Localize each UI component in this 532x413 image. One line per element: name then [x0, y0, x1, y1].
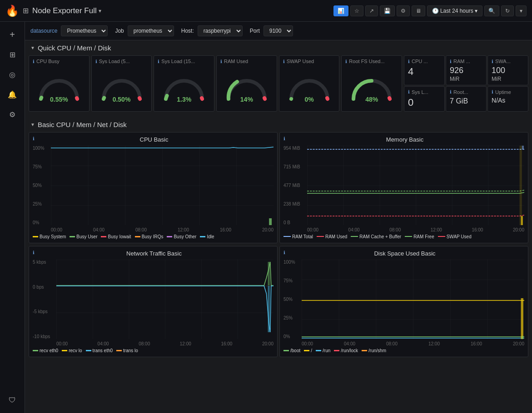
job-label: Job: [115, 28, 124, 34]
ram-mib-card: ℹRAM ... 926 MiR: [446, 55, 487, 85]
disk-basic-panel: ℹ Disk Space Used Basic 100% 75% 50% 25%…: [279, 246, 528, 357]
disk-basic-title: Disk Space Used Basic: [283, 250, 524, 257]
legend-ram-used: RAM Used: [317, 234, 347, 239]
host-label: Host:: [181, 28, 194, 34]
search-icon: 🔍: [488, 8, 495, 14]
datasource-select[interactable]: Prometheus: [61, 25, 108, 36]
sys-load-5-card: ℹSys Load (5... 0.50%: [91, 55, 152, 112]
search-btn[interactable]: 🔍: [484, 5, 499, 16]
legend-boot: /boot: [283, 348, 300, 353]
network-basic-title: Network Traffic Basic: [33, 250, 273, 257]
cpu-basic-panel: ℹ CPU Basic 100% 75% 50% 25% 0%: [29, 132, 278, 243]
share-btn[interactable]: ↗: [365, 5, 378, 16]
svg-rect-5: [520, 146, 522, 225]
star-btn[interactable]: ☆: [350, 5, 363, 16]
settings-btn[interactable]: ⚙: [397, 5, 410, 16]
uptime-card: ℹUptime N/As: [487, 86, 528, 112]
cpu-basic-chart-area: 100% 75% 50% 25% 0%: [33, 146, 273, 232]
swap-used-card: ℹSWAP Used 0%: [279, 55, 340, 112]
legend-trans-eth0: trans eth0: [86, 348, 113, 353]
mem-chart-canvas: [307, 146, 524, 226]
info-icon-sysl[interactable]: ℹ: [408, 89, 410, 94]
net-basic-info[interactable]: ℹ: [33, 250, 35, 255]
sidebar-item-config[interactable]: ⚙: [3, 105, 21, 123]
refresh-btn[interactable]: ↻: [501, 5, 514, 16]
tv-btn[interactable]: 🖥: [412, 5, 425, 16]
legend-swap-used: SWAP Used: [438, 234, 472, 239]
svg-rect-15: [521, 298, 523, 339]
cpu-basic-svg: [51, 146, 273, 225]
quick-section-collapse[interactable]: ▼: [30, 45, 35, 50]
svg-rect-1: [51, 146, 273, 225]
info-icon-rootgib[interactable]: ℹ: [450, 89, 452, 94]
info-icon-sl15[interactable]: ℹ: [158, 59, 159, 64]
ram-used-legend-label: RAM Used: [325, 234, 347, 239]
save-btn[interactable]: 💾: [380, 5, 395, 16]
cpu-x-labels: 00:00 04:00 08:00 12:00 16:00 20:00: [33, 227, 273, 232]
job-select[interactable]: prometheus: [128, 25, 174, 36]
legend-ram-total: RAM Total: [283, 234, 313, 239]
sidebar-item-alerts[interactable]: 🔔: [3, 85, 21, 103]
ram-used-card: ℹRAM Used 14%: [216, 55, 277, 112]
tv-icon: 🖥: [416, 8, 421, 14]
swap-mib-unit: MiR: [492, 76, 524, 82]
info-icon-root[interactable]: ℹ: [345, 59, 347, 64]
info-icon-ram[interactable]: ℹ: [220, 59, 222, 64]
network-basic-panel: ℹ Network Traffic Basic 5 kbps 0 bps -5 …: [29, 246, 278, 357]
legend-busy-irqs: Busy IRQs: [135, 234, 164, 239]
dropdown-chevron[interactable]: ▾: [99, 8, 101, 14]
star-icon: ☆: [354, 8, 359, 14]
info-icon-uptime[interactable]: ℹ: [492, 89, 493, 94]
disk-chart-canvas: [302, 260, 524, 340]
apps-grid-icon[interactable]: ⊞: [23, 6, 29, 15]
time-range-btn[interactable]: 🕐 Last 24 hours ▾: [427, 5, 482, 16]
nav-actions: 📊 ☆ ↗ 💾 ⚙ 🖥 🕐 Last 24 hours ▾ 🔍 ↻ ▾: [333, 5, 527, 16]
left-sidebar: + ⊞ ◎ 🔔 ⚙ 🛡: [0, 22, 25, 413]
sidebar-item-add[interactable]: +: [3, 25, 21, 44]
svg-rect-7: [522, 146, 524, 149]
main-content: datasource Prometheus Job prometheus Hos…: [25, 22, 532, 413]
disk-basic-svg: [302, 260, 524, 339]
logo-fire: 🔥: [5, 5, 19, 17]
svg-rect-12: [268, 286, 270, 332]
disk-basic-info[interactable]: ℹ: [283, 250, 285, 255]
legend-ram-free: RAM Free: [405, 234, 434, 239]
ram-used-value: 14%: [240, 96, 253, 103]
svg-rect-11: [268, 262, 270, 285]
net-x-labels: 00:00 04:00 08:00 12:00 16:00 20:00: [33, 341, 273, 346]
net-legend: recv eth0 recv lo trans eth0 trans lo: [33, 348, 273, 353]
info-icon-cpu[interactable]: ℹ: [33, 59, 35, 64]
sys-load-sm-card: ℹSys L... 0: [404, 86, 445, 112]
basic-section-collapse[interactable]: ▼: [30, 122, 35, 127]
info-icon-swapmib[interactable]: ℹ: [492, 59, 493, 64]
svg-rect-6: [521, 216, 523, 225]
legend-run-lock: /run/lock: [334, 348, 358, 353]
net-basic-svg: [56, 260, 273, 339]
swap-mib-card: ℹSWA... 100 MiR: [487, 55, 528, 85]
mem-basic-info[interactable]: ℹ: [283, 136, 285, 141]
memory-basic-title: Memory Basic: [283, 136, 524, 143]
info-icon-rammib[interactable]: ℹ: [450, 59, 452, 64]
chart-view-btn[interactable]: 📊: [333, 5, 348, 16]
disk-legend: /boot / /run /run/lock /run/shm: [283, 348, 524, 353]
sidebar-item-explore[interactable]: ◎: [3, 65, 21, 84]
mem-y-labels: 954 MiB 715 MiB 477 MiB 238 MiB 0 B: [283, 146, 307, 225]
cpu-busy-card: ℹCPU Busy 0.55%: [29, 55, 89, 112]
port-select[interactable]: 9100: [264, 25, 293, 36]
sidebar-item-shield[interactable]: 🛡: [3, 391, 21, 409]
host-select[interactable]: raspberrypi: [198, 25, 243, 36]
refresh-dropdown-btn[interactable]: ▾: [516, 5, 527, 16]
refresh-icon: ↻: [505, 8, 510, 14]
root-fs-card: ℹRoot FS Used... 48%: [341, 55, 402, 112]
cpu-chart-canvas: [51, 146, 273, 226]
sidebar-item-dashboard[interactable]: ⊞: [3, 45, 21, 64]
net-basic-chart-area: 5 kbps 0 bps -5 kbps -10 kbps: [33, 260, 273, 346]
cpu-basic-info[interactable]: ℹ: [33, 136, 35, 141]
legend-busy-other: Busy Other: [167, 234, 196, 239]
info-icon-swap[interactable]: ℹ: [283, 59, 285, 64]
sys-load-5-title: Sys Load (5...: [99, 59, 130, 64]
legend-recv-lo: recv lo: [62, 348, 82, 353]
info-icon-sl5[interactable]: ℹ: [95, 59, 97, 64]
info-icon-cpunum[interactable]: ℹ: [408, 59, 410, 64]
port-label: Port: [250, 28, 260, 34]
